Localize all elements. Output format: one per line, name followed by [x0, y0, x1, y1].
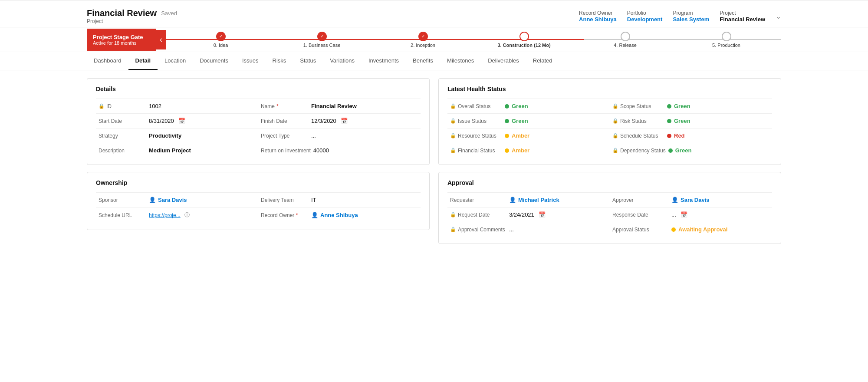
bc-dev: Portfolio Development	[627, 10, 663, 23]
approval-label-approver: Approver	[612, 197, 669, 203]
bc-financial-value[interactable]: Financial Review	[720, 16, 765, 23]
stage-gate-subtitle: Active for 18 months	[93, 40, 150, 46]
lock-icon-overall: 🔒	[450, 103, 456, 109]
ownership-label-delivery: Delivery Team	[261, 197, 309, 203]
bc-anne: Record Owner Anne Shibuya	[579, 10, 617, 23]
stage-step-4[interactable]: 4. Release	[575, 32, 676, 48]
tab-investments[interactable]: Investments	[362, 52, 406, 70]
stage-step-5[interactable]: 5. Production	[676, 32, 777, 48]
lock-icon-issue: 🔒	[450, 118, 456, 124]
tab-milestones[interactable]: Milestones	[440, 52, 481, 70]
status-dot-issue	[505, 119, 509, 123]
calendar-icon-reqdate[interactable]: 📅	[539, 211, 546, 218]
person-icon-sponsor: 👤	[149, 197, 156, 203]
tab-related[interactable]: Related	[526, 52, 559, 70]
person-icon-requester: 👤	[509, 197, 516, 203]
detail-value-strategy[interactable]: Productivity	[149, 132, 181, 139]
stage-step-3[interactable]: 3. Construction (12 Mo)	[473, 32, 575, 48]
status-dot-schedule	[667, 134, 671, 138]
tab-status[interactable]: Status	[293, 52, 323, 70]
health-label-issue: 🔒 Issue Status	[450, 118, 502, 124]
stage-gate-chevron-icon[interactable]: ‹	[156, 30, 166, 49]
saved-label: Saved	[161, 10, 177, 16]
calendar-icon-start[interactable]: 📅	[178, 118, 185, 124]
stage-gate-label: Project Stage Gate Active for 18 months	[87, 29, 156, 51]
bc-dev-value[interactable]: Development	[627, 16, 663, 23]
health-value-resource: Amber	[512, 132, 529, 139]
stage-step-2[interactable]: ✓ 2. Inception	[372, 32, 473, 48]
health-label-schedule: 🔒 Schedule Status	[612, 133, 664, 139]
approval-card-title: Approval	[447, 179, 772, 186]
ownership-grid: Sponsor 👤 Sara Davis Delivery Team IT Sc…	[96, 192, 421, 223]
approval-card: Approval Requester 👤 Michael Patrick App…	[438, 172, 781, 244]
detail-label-startdate: Start Date	[99, 118, 146, 124]
status-dot-scope	[667, 104, 671, 109]
lock-icon-dependency: 🔒	[612, 148, 618, 153]
health-card: Latest Health Status 🔒 Overall Status Gr…	[438, 78, 781, 165]
stage-gate-inner: Project Stage Gate Active for 18 months …	[87, 27, 781, 52]
calendar-icon-respdate[interactable]: 📅	[681, 211, 687, 218]
bc-financial-label: Project	[720, 10, 736, 16]
detail-value-description[interactable]: Medium Project	[149, 147, 191, 154]
title-area: Financial Review Saved Project	[87, 8, 177, 24]
tab-detail[interactable]: Detail	[128, 52, 158, 70]
health-value-dependency: Green	[675, 147, 692, 154]
chevron-down-icon[interactable]: ⌄	[776, 12, 781, 20]
bc-sales-value[interactable]: Sales System	[673, 16, 709, 23]
lock-icon-comments: 🔒	[450, 227, 456, 232]
health-label-resource: 🔒 Resource Status	[450, 133, 502, 139]
detail-cell-finishdate: Finish Date 12/3/2020 📅	[258, 113, 421, 128]
status-dot-financial	[505, 148, 509, 153]
bc-anne-value[interactable]: Anne Shibuya	[579, 16, 617, 23]
health-label-financial: 🔒 Financial Status	[450, 148, 502, 154]
detail-label-description: Description	[99, 148, 146, 154]
tab-variations[interactable]: Variations	[323, 52, 362, 70]
detail-value-name[interactable]: Financial Review	[311, 103, 357, 109]
person-icon-approver: 👤	[671, 197, 678, 203]
details-card-title: Details	[96, 86, 421, 92]
detail-cell-name: Name * Financial Review	[258, 99, 421, 113]
stage-step-0[interactable]: ✓ 0. Idea	[170, 32, 271, 48]
ownership-card: Ownership Sponsor 👤 Sara Davis Delivery …	[87, 172, 430, 230]
approval-value-approver[interactable]: 👤 Sara Davis	[671, 197, 710, 203]
ownership-cell-url: Schedule URL https://proje... ⓘ	[96, 207, 258, 223]
calendar-icon-finish[interactable]: 📅	[341, 118, 348, 124]
approval-value-respdate: ...	[671, 211, 676, 218]
required-star-name: *	[276, 103, 279, 109]
health-label-scope: 🔒 Scope Status	[612, 103, 664, 109]
stage-gate-title: Project Stage Gate	[93, 34, 150, 40]
stage-circle-2: ✓	[418, 32, 428, 41]
stage-label-2: 2. Inception	[411, 43, 435, 48]
tab-documents[interactable]: Documents	[193, 52, 235, 70]
ownership-value-sponsor[interactable]: 👤 Sara Davis	[149, 197, 187, 203]
breadcrumb: Record Owner Anne Shibuya Portfolio Deve…	[579, 10, 781, 23]
health-cell-scope: 🔒 Scope Status Green	[610, 99, 772, 113]
detail-value-roi[interactable]: 40000	[313, 147, 329, 154]
detail-value-startdate: 8/31/2020	[149, 118, 174, 124]
url-link[interactable]: https://proje...	[149, 212, 181, 218]
detail-value-projtype[interactable]: ...	[311, 132, 316, 139]
stage-label-0: 0. Idea	[214, 43, 228, 48]
lock-icon-schedule: 🔒	[612, 133, 618, 138]
tab-benefits[interactable]: Benefits	[406, 52, 440, 70]
approval-grid: Requester 👤 Michael Patrick Approver 👤 S…	[447, 192, 772, 237]
tab-risks[interactable]: Risks	[266, 52, 293, 70]
detail-cell-strategy: Strategy Productivity	[96, 128, 258, 143]
ownership-value-owner[interactable]: 👤 Anne Shibuya	[311, 212, 358, 218]
tab-deliverables[interactable]: Deliverables	[481, 52, 526, 70]
tab-issues[interactable]: Issues	[235, 52, 266, 70]
ownership-label-owner: Record Owner *	[261, 212, 309, 218]
tab-location[interactable]: Location	[158, 52, 193, 70]
bc-dev-label: Portfolio	[627, 10, 646, 16]
status-dot-overall	[505, 104, 509, 109]
tab-dashboard[interactable]: Dashboard	[87, 52, 128, 70]
health-cell-financial: 🔒 Financial Status Amber	[447, 143, 610, 158]
approval-value-requester[interactable]: 👤 Michael Patrick	[509, 197, 559, 203]
bc-sales-label: Program	[673, 10, 693, 16]
stage-step-1[interactable]: ✓ 1. Business Case	[271, 32, 372, 48]
stage-circle-0: ✓	[216, 32, 226, 41]
detail-label-strategy: Strategy	[99, 133, 146, 139]
lock-icon-risk: 🔒	[612, 118, 618, 124]
health-value-risk: Green	[674, 118, 690, 124]
stage-circle-4	[621, 32, 630, 41]
